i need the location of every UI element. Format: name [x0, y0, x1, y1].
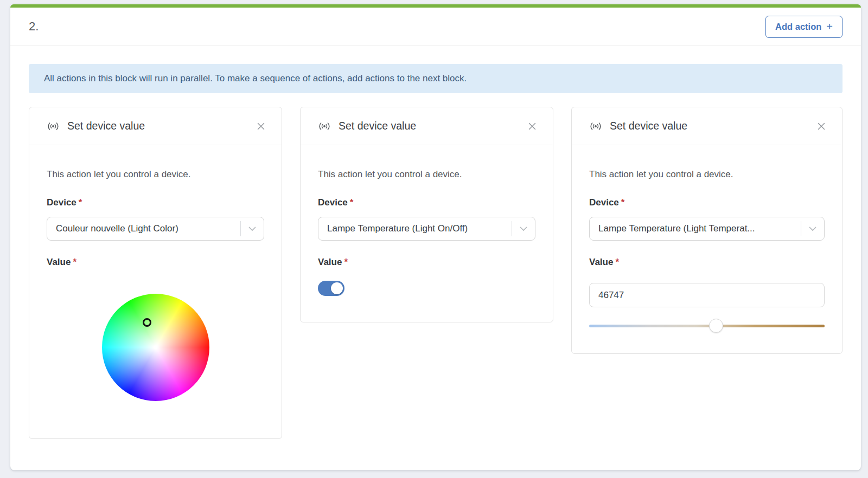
plus-icon: +	[826, 22, 833, 31]
chevron-down-icon	[809, 227, 816, 231]
select-separator	[801, 221, 801, 236]
required-asterisk: *	[79, 197, 82, 208]
value-label-text: Value	[318, 257, 342, 267]
device-select[interactable]: Lampe Temperature (Light On/Off)	[318, 217, 535, 241]
select-separator	[240, 221, 241, 236]
action-card-light-onoff: Set device value This action let you con…	[300, 107, 553, 322]
card-title: Set device value	[67, 120, 254, 132]
required-asterisk: *	[73, 257, 76, 267]
value-label-text: Value	[47, 257, 71, 267]
required-asterisk: *	[344, 257, 348, 267]
temperature-slider[interactable]	[589, 319, 825, 333]
card-title: Set device value	[339, 120, 526, 132]
color-wheel-selector[interactable]	[143, 318, 151, 327]
select-separator	[512, 221, 512, 236]
action-card-light-color: Set device value This action let you con…	[29, 107, 282, 439]
device-select-value: Lampe Temperature (Light Temperat...	[598, 223, 801, 234]
add-action-label: Add action	[775, 22, 821, 32]
device-select[interactable]: Lampe Temperature (Light Temperat...	[589, 217, 825, 241]
toggle-knob	[331, 282, 343, 294]
broadcast-icon	[318, 121, 331, 131]
device-label-text: Device	[318, 197, 348, 208]
device-field-label: Device*	[589, 197, 825, 208]
value-field-label: Value*	[318, 257, 535, 268]
card-description: This action let you control a device.	[47, 168, 264, 181]
device-field-label: Device*	[47, 197, 264, 208]
broadcast-icon	[47, 121, 60, 131]
card-title: Set device value	[610, 120, 815, 132]
actions-row: Set device value This action let you con…	[29, 107, 843, 439]
card-body: This action let you control a device. De…	[301, 145, 553, 322]
action-block-container: 2. Add action + All actions in this bloc…	[10, 4, 861, 470]
device-select[interactable]: Couleur nouvelle (Light Color)	[47, 217, 264, 241]
parallel-info-banner: All actions in this block will run in pa…	[29, 64, 843, 93]
required-asterisk: *	[621, 197, 625, 208]
required-asterisk: *	[350, 197, 354, 208]
value-number-input[interactable]	[589, 283, 825, 307]
card-header: Set device value	[29, 107, 282, 145]
temperature-slider-handle[interactable]	[709, 319, 723, 333]
color-wheel[interactable]	[102, 294, 209, 401]
card-body: This action let you control a device. De…	[572, 145, 842, 353]
close-icon[interactable]	[815, 120, 828, 133]
block-index: 2.	[29, 20, 39, 34]
temperature-slider-track	[589, 325, 825, 327]
value-field-label: Value*	[47, 257, 264, 268]
device-field-label: Device*	[318, 197, 535, 208]
device-select-value: Couleur nouvelle (Light Color)	[56, 223, 240, 234]
block-header: 2. Add action +	[10, 8, 861, 46]
value-label-text: Value	[589, 257, 613, 267]
close-icon[interactable]	[526, 120, 539, 133]
device-label-text: Device	[47, 197, 76, 208]
device-label-text: Device	[589, 197, 619, 208]
card-description: This action let you control a device.	[589, 168, 825, 181]
block-content: All actions in this block will run in pa…	[10, 46, 861, 457]
required-asterisk: *	[615, 257, 619, 267]
close-icon[interactable]	[254, 120, 267, 133]
broadcast-icon	[589, 121, 602, 131]
value-toggle[interactable]	[318, 281, 344, 296]
chevron-down-icon	[248, 227, 256, 231]
action-card-light-temperature: Set device value This action let you con…	[571, 107, 843, 354]
card-body: This action let you control a device. De…	[29, 145, 282, 438]
value-field-label: Value*	[589, 257, 825, 268]
add-action-button[interactable]: Add action +	[765, 16, 843, 38]
card-header: Set device value	[572, 107, 842, 145]
card-description: This action let you control a device.	[318, 168, 535, 181]
device-select-value: Lampe Temperature (Light On/Off)	[327, 223, 512, 234]
chevron-down-icon	[520, 227, 527, 231]
color-wheel-wrap	[102, 294, 209, 401]
card-header: Set device value	[301, 107, 553, 145]
